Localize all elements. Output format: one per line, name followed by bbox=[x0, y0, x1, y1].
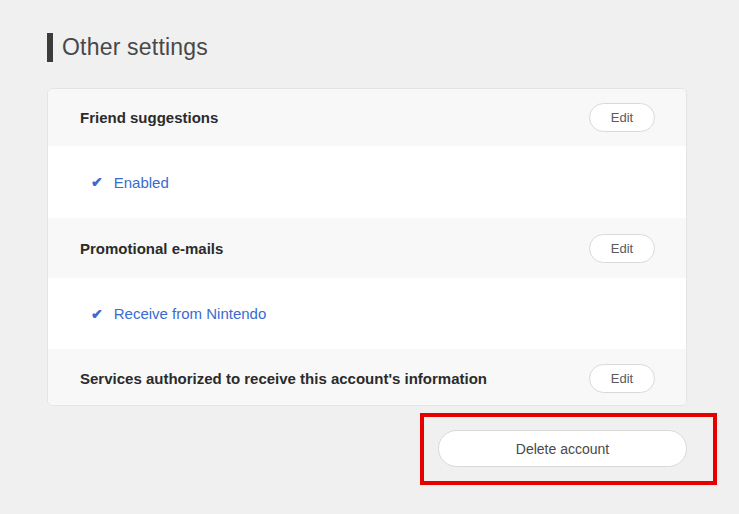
title-accent-bar bbox=[47, 33, 53, 62]
promotional-emails-value: Receive from Nintendo bbox=[114, 305, 267, 322]
section-label-promotional-emails: Promotional e-mails bbox=[80, 240, 223, 257]
red-highlight-annotation: Delete account bbox=[420, 413, 717, 485]
edit-authorized-services-button[interactable]: Edit bbox=[589, 364, 655, 393]
settings-card: Friend suggestions Edit ✔ Enabled Promot… bbox=[47, 88, 687, 406]
delete-account-button[interactable]: Delete account bbox=[438, 430, 687, 467]
value-row-friend-suggestions: ✔ Enabled bbox=[48, 146, 686, 218]
edit-friend-suggestions-button[interactable]: Edit bbox=[589, 103, 655, 132]
section-label-friend-suggestions: Friend suggestions bbox=[80, 109, 218, 126]
section-label-authorized-services: Services authorized to receive this acco… bbox=[80, 370, 487, 387]
page-title: Other settings bbox=[62, 34, 208, 61]
section-authorized-services: Services authorized to receive this acco… bbox=[48, 349, 686, 406]
check-icon: ✔ bbox=[91, 307, 103, 321]
page-title-row: Other settings bbox=[47, 33, 208, 62]
section-promotional-emails: Promotional e-mails Edit bbox=[48, 218, 686, 278]
check-icon: ✔ bbox=[91, 175, 103, 189]
value-row-promotional-emails: ✔ Receive from Nintendo bbox=[48, 278, 686, 349]
section-friend-suggestions: Friend suggestions Edit bbox=[48, 89, 686, 146]
edit-promotional-emails-button[interactable]: Edit bbox=[589, 234, 655, 263]
friend-suggestions-value: Enabled bbox=[114, 174, 169, 191]
other-settings-page: Other settings Friend suggestions Edit ✔… bbox=[0, 0, 739, 514]
